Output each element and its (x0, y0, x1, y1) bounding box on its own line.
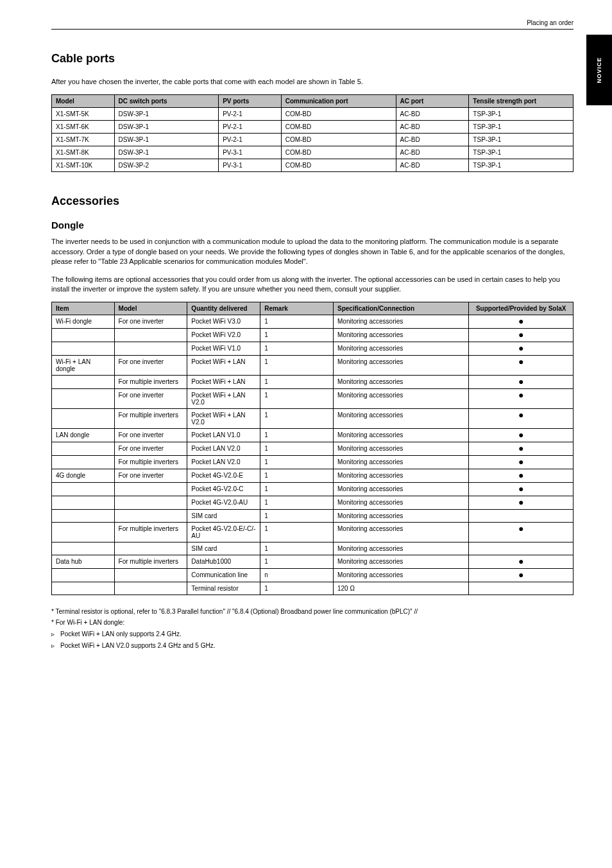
side-tab: NOVICE (586, 35, 612, 105)
table-cell: X1-SMT-10K (52, 159, 115, 172)
table-row: Terminal resistor1120 Ω (52, 582, 574, 595)
section-cable-ports-title: Cable ports (51, 52, 574, 65)
th-remark: Remark (260, 302, 334, 315)
footnote-bullet: ▹Pocket WiFi + LAN V2.0 supports 2.4 GHz… (51, 641, 574, 650)
table-cell: Monitoring accessories (333, 456, 468, 469)
table-cell: Pocket WiFi + LAN (187, 376, 260, 389)
table-cell: Pocket WiFi + LAN V2.0 (187, 409, 260, 429)
table-cell: LAN dongle (52, 429, 115, 442)
filled-circle-icon: ● (518, 497, 523, 507)
table-cell: For one inverter (114, 389, 187, 409)
table-cell: Monitoring accessories (333, 555, 468, 569)
table-row: Pocket WiFi V1.01Monitoring accessories● (52, 342, 574, 356)
table-row: Pocket 4G-V2.0-C1Monitoring accessories● (52, 483, 574, 496)
table-cell: 1 (260, 376, 334, 389)
table-cell: ● (469, 456, 574, 469)
table-cell: Monitoring accessories (333, 510, 468, 523)
table-cell: SIM card (187, 542, 260, 555)
th-model: Model (52, 95, 115, 108)
table-cell: Monitoring accessories (333, 329, 468, 342)
table-cell: Monitoring accessories (333, 429, 468, 442)
table-cell: For multiple inverters (114, 456, 187, 469)
table-cell: ● (469, 555, 574, 569)
cable-ports-table: Model DC switch ports PV ports Communica… (51, 94, 574, 172)
table-cell: Monitoring accessories (333, 315, 468, 329)
table-cell: ● (469, 329, 574, 342)
table-cell (469, 510, 574, 523)
table-cell (52, 569, 115, 582)
filled-circle-icon: ● (518, 569, 523, 580)
table-cell (114, 542, 187, 555)
table-cell: Pocket WiFi V1.0 (187, 342, 260, 356)
table-cell: COM-BD (281, 146, 396, 159)
table-cell (114, 510, 187, 523)
filled-circle-icon: ● (518, 410, 523, 420)
table-cell: PV-3-1 (219, 159, 282, 172)
table-row: For multiple invertersPocket 4G-V2.0-E/-… (52, 523, 574, 542)
th-spec: Specification/Connection (333, 302, 468, 315)
table-row: Wi-Fi + LAN dongleFor one inverterPocket… (52, 356, 574, 376)
table-cell: n (260, 569, 334, 582)
table-cell: DSW-3P-1 (114, 146, 219, 159)
th-comm: Communication port (281, 95, 396, 108)
table-row: X1-SMT-10KDSW-3P-2PV-3-1COM-BDAC-BDTSP-3… (52, 159, 574, 172)
th-tensile: Tensile strength port (469, 95, 574, 108)
table-cell: Monitoring accessories (333, 442, 468, 456)
table-cell: COM-BD (281, 121, 396, 134)
table-cell: TSP-3P-1 (469, 108, 574, 121)
table-cell: 4G dongle (52, 469, 115, 483)
table-cell: AC-BD (396, 134, 469, 146)
th-dc-switch: DC switch ports (114, 95, 219, 108)
th-ac: AC port (396, 95, 469, 108)
filled-circle-icon: ● (518, 456, 523, 467)
table-cell: ● (469, 569, 574, 582)
table-cell (52, 483, 115, 496)
section-accessories-title: Accessories (51, 195, 574, 208)
th-a-model: Model (114, 302, 187, 315)
table-row: For one inverterPocket LAN V2.01Monitori… (52, 442, 574, 456)
table-cell: For one inverter (114, 429, 187, 442)
table-row: Pocket 4G-V2.0-AU1Monitoring accessories… (52, 496, 574, 510)
table-cell: ● (469, 315, 574, 329)
table-cell: Monitoring accessories (333, 483, 468, 496)
table-cell: ● (469, 409, 574, 429)
table-cell: Pocket WiFi + LAN (187, 356, 260, 376)
page-header-right: Placing an order (527, 19, 574, 26)
filled-circle-icon: ● (518, 430, 523, 440)
table-cell: 1 (260, 329, 334, 342)
th-item: Item (52, 302, 115, 315)
table-cell: Monitoring accessories (333, 342, 468, 356)
table-cell: Monitoring accessories (333, 496, 468, 510)
table-cell: Pocket LAN V1.0 (187, 429, 260, 442)
filled-circle-icon: ● (518, 443, 523, 453)
table-row: X1-SMT-5KDSW-3P-1PV-2-1COM-BDAC-BDTSP-3P… (52, 108, 574, 121)
table-cell (52, 523, 115, 542)
table-cell: ● (469, 523, 574, 542)
table-cell: For multiple inverters (114, 409, 187, 429)
table-cell (52, 542, 115, 555)
footnote-bullet-text: Pocket WiFi + LAN V2.0 supports 2.4 GHz … (60, 641, 216, 650)
table-cell: AC-BD (396, 146, 469, 159)
table-cell (52, 389, 115, 409)
table-cell: Monitoring accessories (333, 569, 468, 582)
table-cell: For one inverter (114, 356, 187, 376)
table-cell: Pocket 4G-V2.0-C (187, 483, 260, 496)
table-row: For one inverterPocket WiFi + LAN V2.01M… (52, 389, 574, 409)
filled-circle-icon: ● (518, 376, 523, 386)
table-row: Wi-Fi dongleFor one inverterPocket WiFi … (52, 315, 574, 329)
table-cell: For one inverter (114, 442, 187, 456)
table-cell (52, 442, 115, 456)
table-cell: AC-BD (396, 121, 469, 134)
table-cell: Data hub (52, 555, 115, 569)
triangle-icon: ▹ (51, 641, 60, 650)
table-cell: 1 (260, 389, 334, 409)
filled-circle-icon: ● (518, 470, 523, 480)
table-cell: Monitoring accessories (333, 542, 468, 555)
table-cell: COM-BD (281, 134, 396, 146)
table-cell: Monitoring accessories (333, 409, 468, 429)
th-qty: Quantity delivered (187, 302, 260, 315)
table-cell: ● (469, 496, 574, 510)
table-cell: Pocket WiFi V2.0 (187, 329, 260, 342)
table-cell: SIM card (187, 510, 260, 523)
table-cell: Pocket WiFi V3.0 (187, 315, 260, 329)
